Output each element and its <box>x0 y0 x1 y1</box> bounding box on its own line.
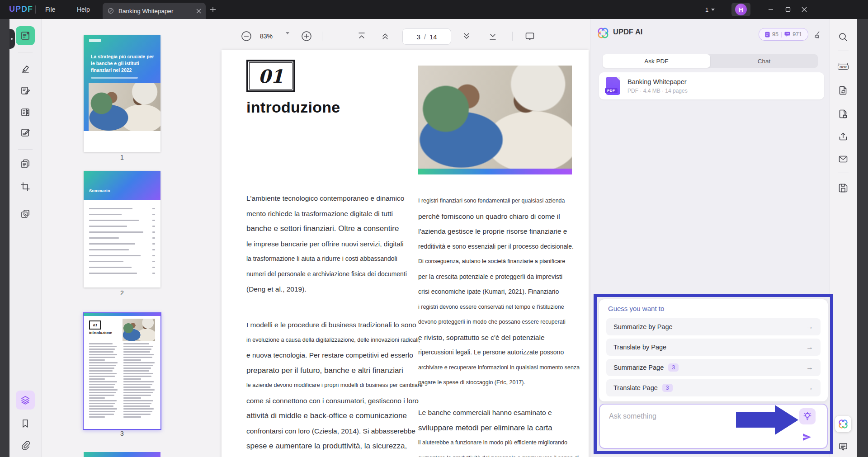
comment-icon <box>838 441 849 452</box>
tab-ask-pdf[interactable]: Ask PDF <box>603 54 710 68</box>
go-first-page-button[interactable] <box>354 28 370 44</box>
ai-assistant-button[interactable] <box>835 416 851 432</box>
suggestion-translate-page[interactable]: Translate Page 3 <box>606 379 821 396</box>
arrow-right-icon <box>806 363 813 372</box>
toc-page-number-bar <box>152 231 155 233</box>
text-line: la trasformazione li aiuta a ridurre i c… <box>246 251 406 267</box>
send-button[interactable] <box>800 431 814 443</box>
zoom-in-icon <box>301 30 312 42</box>
to-bottom-icon <box>488 31 498 41</box>
rail-divider <box>838 51 849 51</box>
text-line: confrontarsi con loro (Cziesla, 2014). S… <box>246 424 406 439</box>
page-current[interactable]: 3 <box>416 33 420 41</box>
share-button[interactable] <box>836 129 850 144</box>
new-tab-button[interactable] <box>208 5 218 14</box>
reader-mode-button[interactable] <box>16 26 35 45</box>
toc-line-bar <box>89 208 132 209</box>
bookmark-icon <box>20 418 31 429</box>
mini-text-line-bar <box>89 376 115 377</box>
panel-collapse-handle[interactable] <box>9 29 15 49</box>
mini-text-line-bar <box>89 370 113 372</box>
window-count-dropdown[interactable]: 1 <box>705 4 715 15</box>
mini-text-line-bar <box>123 400 153 401</box>
left-column-paragraph-2: I modelli e le procedure di business tra… <box>246 317 406 457</box>
account-button[interactable]: H <box>731 3 750 16</box>
protect-button[interactable] <box>836 107 850 121</box>
text-line: perché forniscono un quadro chiaro di co… <box>418 209 574 224</box>
thumbnail-page-1[interactable]: La strategia più cruciale per le banche … <box>84 35 160 152</box>
text-line: Le banche commerciali hanno esaminato e <box>418 405 574 420</box>
arrow-right-icon <box>806 343 813 351</box>
document-tab[interactable]: Banking Whitepaper <box>103 3 206 19</box>
clear-conversation-button[interactable] <box>812 29 823 40</box>
text-line: e la soddisfazione del cliente (Cziesla,… <box>246 454 406 457</box>
text-line: ripercussioni legali. Le persone autoriz… <box>418 345 574 360</box>
zoom-in-button[interactable] <box>298 28 315 44</box>
annotate-tool-button[interactable] <box>16 59 35 78</box>
thumbnail-page-3-selected[interactable]: 01 introduzione <box>83 312 161 430</box>
search-icon <box>838 32 849 42</box>
mini-text-line-bar <box>89 389 118 391</box>
pages-copy-icon <box>20 158 31 169</box>
thumbnail-panel-button[interactable] <box>16 391 35 410</box>
suggestion-summarize-page[interactable]: Summarize Page 3 <box>606 359 821 376</box>
mini-text-line-bar <box>89 351 113 353</box>
convert-file-icon <box>838 85 849 96</box>
toc-line-bar <box>89 267 132 268</box>
ai-credits-badge[interactable]: 95 | 971 <box>759 28 808 41</box>
mini-text-line-bar <box>123 386 151 388</box>
comment-tool-button[interactable] <box>16 81 35 100</box>
mini-text-line-bar <box>89 373 117 374</box>
edit-icon <box>20 127 31 138</box>
minimize-button[interactable] <box>763 0 778 19</box>
presentation-mode-button[interactable] <box>522 28 538 44</box>
go-last-page-button[interactable] <box>485 28 501 44</box>
mini-text-line-bar <box>89 384 115 385</box>
maximize-button[interactable] <box>780 0 796 19</box>
toc-line-bar <box>89 261 123 262</box>
page3-top-band <box>84 313 160 316</box>
zoom-dropdown[interactable] <box>286 34 289 42</box>
attachment-panel-button[interactable] <box>16 436 35 455</box>
toc-page-number-bar <box>152 243 155 245</box>
suggestion-summarize-by-page[interactable]: Summarize by Page <box>606 318 821 335</box>
toc-page-number-bar <box>152 208 155 209</box>
watermark-tool-button[interactable] <box>16 204 35 223</box>
search-button[interactable] <box>836 30 850 44</box>
zoom-out-button[interactable] <box>238 28 255 44</box>
ask-input[interactable] <box>608 409 745 424</box>
titlebar-divider <box>35 5 36 14</box>
tab-close-icon[interactable] <box>196 9 201 14</box>
prompt-ideas-button[interactable] <box>799 408 816 424</box>
previous-page-button[interactable] <box>377 28 393 44</box>
next-page-button[interactable] <box>458 28 475 44</box>
mini-text-line-bar <box>123 389 155 391</box>
save-button[interactable] <box>836 181 850 195</box>
organize-pages-button[interactable] <box>16 103 35 122</box>
suggestion-translate-by-page[interactable]: Translate by Page <box>606 339 821 356</box>
convert-button[interactable] <box>836 83 850 98</box>
mini-text-line-bar <box>89 392 116 393</box>
thumbnail-page-2[interactable]: Sommario <box>84 171 160 287</box>
thumbnail-page-4-partial[interactable] <box>84 452 160 457</box>
page-number-box[interactable]: 3 / 14 <box>402 28 451 45</box>
bookmark-panel-button[interactable] <box>16 414 35 433</box>
tab-title: Banking Whitepaper <box>118 8 196 14</box>
page-tools-button[interactable] <box>16 154 35 173</box>
tab-chat[interactable]: Chat <box>710 54 818 68</box>
menu-help[interactable]: Help <box>71 0 95 19</box>
text-line: mento richiede la trasformazione digital… <box>246 206 406 221</box>
feedback-button[interactable] <box>836 439 850 454</box>
email-button[interactable] <box>836 152 850 166</box>
ocr-button[interactable]: OCR <box>836 60 850 74</box>
toolbar-divider <box>512 32 513 41</box>
menu-file[interactable]: File <box>40 0 61 19</box>
close-button[interactable] <box>797 0 812 19</box>
edit-pdf-button[interactable] <box>16 123 35 142</box>
text-line: aumentare la produttività del personale … <box>418 451 574 457</box>
file-card[interactable]: PDF Banking Whitepaper PDF · 4.4 MB · 14… <box>599 72 824 99</box>
text-line: li aiuterebbe a funzionare in modo più e… <box>418 435 574 451</box>
crop-tool-button[interactable] <box>16 177 35 196</box>
mini-text-line-bar <box>123 367 151 369</box>
highlighter-icon <box>20 63 31 74</box>
